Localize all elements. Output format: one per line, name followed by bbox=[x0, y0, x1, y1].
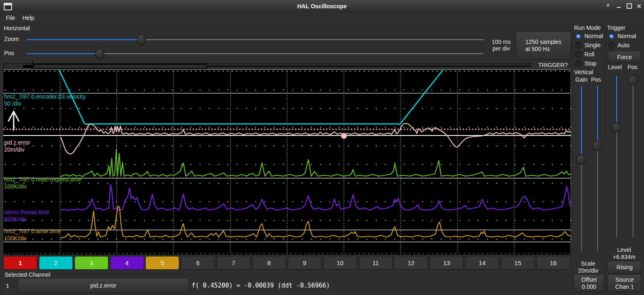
run-mode-normal[interactable]: Normal bbox=[575, 31, 603, 41]
pos-slider-fill bbox=[27, 53, 99, 54]
channel-button-4[interactable]: 4 bbox=[110, 256, 144, 270]
scope-channel-label: pid.z.error bbox=[4, 139, 30, 146]
selected-channel-number: 1 bbox=[6, 282, 9, 289]
channel-button-9[interactable]: 9 bbox=[288, 256, 322, 270]
readout-marker bbox=[341, 133, 347, 139]
radio-icon[interactable] bbox=[608, 42, 615, 48]
channel-button-3[interactable]: 3 bbox=[74, 256, 108, 270]
run-mode-stop[interactable]: Stop bbox=[575, 59, 603, 68]
close-button[interactable]: ✕ bbox=[634, 0, 644, 12]
trigger-options: NormalAuto bbox=[608, 31, 636, 50]
selected-channel-name-button[interactable]: pid.z.error bbox=[17, 278, 189, 293]
selected-channel-group-label: Selected Channel bbox=[3, 271, 52, 278]
radio-label: Stop bbox=[584, 60, 596, 67]
window-title: HAL Oscilloscope bbox=[0, 0, 644, 12]
scope-channel-scale: 100K/div bbox=[4, 183, 26, 190]
channel-button-11[interactable]: 11 bbox=[359, 256, 393, 270]
channel-button-14[interactable]: 14 bbox=[465, 256, 499, 270]
zoom-slider-handle[interactable] bbox=[137, 34, 146, 46]
trigger-slope-button[interactable]: Rising bbox=[608, 261, 642, 273]
samples-button[interactable]: 1250 samples at 500 Hz bbox=[516, 31, 571, 60]
force-button[interactable]: Force bbox=[608, 51, 641, 63]
trigger-pos-column-label: Pos bbox=[627, 64, 637, 70]
run-mode-roll[interactable]: Roll bbox=[575, 50, 603, 59]
record-extent-line bbox=[206, 66, 530, 67]
scope-channel-label: hm2_7i97.0.write.time bbox=[4, 228, 61, 235]
channel-button-6[interactable]: 6 bbox=[181, 256, 215, 270]
channel-button-row: 12345678910111213141516 bbox=[0, 256, 571, 270]
pos-slider-label: Pos bbox=[4, 50, 14, 56]
time-per-div-label: 100 ms per div bbox=[488, 39, 514, 52]
trigger-pos-slider-track[interactable] bbox=[632, 76, 634, 237]
zoom-slider-label: Zoom bbox=[4, 36, 19, 42]
scope-channel-label: servo-thread.time bbox=[4, 209, 49, 215]
radio-label: Roll bbox=[584, 51, 594, 58]
channel-button-13[interactable]: 13 bbox=[430, 256, 464, 270]
trigger-level-slider-handle[interactable] bbox=[611, 122, 622, 133]
radio-icon[interactable] bbox=[575, 51, 582, 58]
channel-button-8[interactable]: 8 bbox=[252, 256, 286, 270]
run-mode-group-label: Run Mode bbox=[573, 24, 602, 31]
vertical-gain-column-label: Gain bbox=[575, 76, 588, 83]
channel-button-1[interactable]: 1 bbox=[3, 256, 37, 270]
trace-ch4-servo-thread-time bbox=[61, 184, 571, 210]
trace-ch2-encoder-velocity bbox=[59, 70, 443, 124]
vertical-gain-slider-handle[interactable] bbox=[576, 154, 586, 164]
maximize-icon bbox=[627, 3, 632, 9]
halscope-window: { "window": {"title": "HAL Oscilloscope"… bbox=[0, 0, 644, 295]
run-mode-single[interactable]: Single bbox=[575, 41, 603, 50]
shade-button[interactable]: ^ bbox=[603, 0, 613, 12]
trigger-pos-slider-handle[interactable] bbox=[628, 75, 638, 85]
radio-icon[interactable] bbox=[608, 33, 615, 39]
channel-button-16[interactable]: 16 bbox=[536, 256, 570, 270]
radio-label: Single bbox=[584, 42, 601, 48]
radio-label: Normal bbox=[618, 33, 636, 39]
trigger-level-value: +6.834m bbox=[606, 254, 642, 260]
maximize-button[interactable] bbox=[624, 0, 634, 12]
radio-label: Normal bbox=[584, 33, 603, 39]
vertical-gain-slider-fill bbox=[580, 86, 582, 159]
record-view-bar[interactable] bbox=[3, 63, 531, 70]
scope-channel-scale: 20m/div bbox=[4, 146, 24, 153]
scope-channel-scale: 100K/div bbox=[4, 235, 26, 242]
scope-channel-scale: 500K/div bbox=[4, 216, 26, 222]
scope-channel-scale: 50 /div bbox=[4, 100, 21, 107]
title-bar[interactable]: HAL Oscilloscope ^ ✕ bbox=[0, 0, 644, 13]
trigger-group-label: Trigger bbox=[606, 24, 627, 31]
scale-caption: Scale bbox=[573, 260, 603, 267]
channel-button-12[interactable]: 12 bbox=[394, 256, 428, 270]
scope-channel-label: hm2_7i97.0.read-request.time bbox=[4, 176, 82, 183]
scope-canvas: hm2_7i97.0.encoder.03.velocity50 /divpid… bbox=[3, 70, 571, 254]
vertical-group-label: Vertical bbox=[573, 69, 594, 75]
menu-file[interactable]: File bbox=[4, 12, 17, 24]
channel-button-15[interactable]: 15 bbox=[501, 256, 535, 270]
radio-icon[interactable] bbox=[575, 60, 582, 67]
channel-button-2[interactable]: 2 bbox=[39, 256, 73, 270]
vertical-pos-slider-fill bbox=[596, 86, 598, 145]
minimize-button[interactable] bbox=[614, 0, 624, 12]
channel-button-5[interactable]: 5 bbox=[145, 256, 179, 270]
trigger-level-column-label: Level bbox=[608, 64, 622, 70]
record-window-box bbox=[34, 64, 207, 69]
trigger-status-label: TRIGGER? bbox=[536, 62, 570, 68]
channel-readout: f( 0.45200) = -0.00039 (ddt -0.56966) bbox=[192, 282, 330, 289]
menu-help[interactable]: Help bbox=[21, 12, 36, 24]
trigger-source-button[interactable]: Source Chan 1 bbox=[608, 274, 642, 292]
zoom-slider-fill bbox=[27, 39, 141, 40]
scope-display[interactable]: hm2_7i97.0.encoder.03.velocity50 /divpid… bbox=[3, 69, 571, 255]
menu-bar: File Help bbox=[0, 12, 644, 24]
channel-button-10[interactable]: 10 bbox=[323, 256, 357, 270]
trigger-mode-auto[interactable]: Auto bbox=[608, 41, 636, 50]
offset-button[interactable]: Offset 0.000 bbox=[574, 274, 604, 292]
radio-icon[interactable] bbox=[575, 42, 582, 48]
vertical-pos-slider-handle[interactable] bbox=[592, 140, 603, 151]
trace-ch1-pid-z-error bbox=[61, 123, 571, 154]
trigger-level-caption: Level bbox=[606, 247, 642, 253]
vertical-pos-column-label: Pos bbox=[591, 76, 601, 83]
radio-icon[interactable] bbox=[575, 33, 582, 39]
trigger-mode-normal[interactable]: Normal bbox=[608, 31, 636, 41]
channel-button-7[interactable]: 7 bbox=[216, 256, 250, 270]
trigger-level-slider-fill bbox=[615, 76, 617, 127]
offscreen-arrow-icon bbox=[8, 111, 19, 131]
scale-value: 20m/div bbox=[573, 267, 603, 274]
